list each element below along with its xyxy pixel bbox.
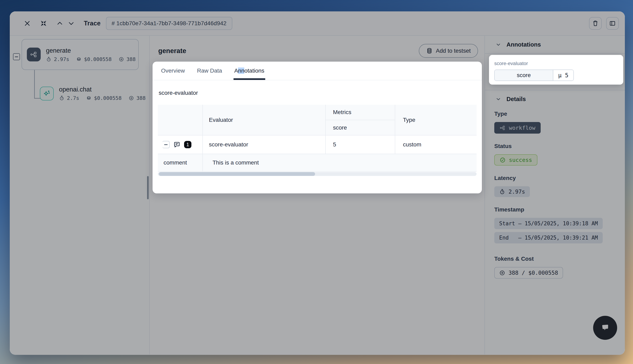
type-badge: workflow	[494, 122, 541, 134]
score-metric-pill[interactable]: score μ 5	[494, 70, 574, 81]
status-badge: success	[494, 154, 538, 166]
workflow-icon	[30, 51, 38, 58]
chevron-up-icon	[56, 20, 63, 27]
row-checkbox-indeterminate[interactable]	[162, 141, 170, 148]
tokens-plus-icon	[118, 56, 124, 62]
cell-score: 5	[326, 135, 395, 154]
tree-collapse-toggle[interactable]	[13, 53, 20, 60]
timestamp-end-badge: End – 15/05/2025, 10:39:21 AM	[494, 232, 603, 244]
node-stats: 2.97s $0.000558 388	[46, 56, 136, 62]
topbar: Trace # 1cbb70e7-34a1-7bb7-3498-771b7d46…	[10, 12, 625, 36]
annotations-popover: score-evaluator score μ 5	[489, 55, 623, 84]
check-circle-icon	[500, 157, 506, 163]
cell-evaluator: score-evaluator	[202, 135, 326, 154]
chevron-down-icon	[496, 42, 501, 48]
chat-bubble-icon	[598, 321, 612, 334]
status-value: success	[509, 157, 532, 163]
details-section-title: Details	[506, 96, 526, 102]
table-header-evaluator: Evaluator	[202, 105, 326, 135]
details-section-header[interactable]: Details	[485, 90, 625, 108]
comment-row: comment This is a comment	[158, 154, 476, 172]
annotations-tab-content: score-evaluator Evaluator Metrics Type s…	[152, 80, 482, 176]
annotations-section-header[interactable]: Annotations	[485, 36, 625, 54]
sparkles-icon	[43, 90, 51, 98]
tree-connector-vertical	[34, 70, 35, 98]
prev-span-button[interactable]	[54, 18, 66, 29]
comment-key: comment	[158, 154, 202, 172]
tab-annotations[interactable]: Annotations	[234, 62, 264, 80]
table-header-type: Type	[395, 105, 476, 135]
timestamp-start-badge: Start – 15/05/2025, 10:39:18 AM	[494, 218, 603, 229]
tree-node-generate[interactable]: generate 2.97s $0.000558 388	[22, 39, 139, 70]
table-header-metric-score: score	[326, 120, 395, 135]
tokens-cost-label: Tokens & Cost	[494, 256, 616, 262]
trace-viewer-window: Trace # 1cbb70e7-34a1-7bb7-3498-771b7d46…	[10, 12, 625, 355]
details-sidebar: Annotations score-evaluator score μ 5 De…	[484, 36, 625, 354]
tokens-plus-icon	[128, 95, 134, 101]
annotations-table: Evaluator Metrics Type score	[158, 105, 476, 172]
timestamp-label: Timestamp	[494, 206, 616, 213]
node-cost: $0.000558	[94, 95, 122, 101]
span-header: generate Add to testset	[150, 36, 484, 58]
trace-id-badge: # 1cbb70e7-34a1-7bb7-3498-771b7d46d942	[106, 17, 232, 30]
delete-trace-button[interactable]	[589, 17, 602, 30]
span-detail-panel: generate Add to testset Overview Raw Dat…	[150, 36, 484, 354]
chevron-down-icon	[496, 96, 501, 102]
span-tabs-card: Overview Raw Data Annotations score-eval…	[152, 62, 482, 194]
scrollbar-thumb[interactable]	[159, 172, 315, 176]
trash-icon	[592, 20, 598, 27]
span-title: generate	[158, 47, 186, 55]
popover-evaluator-label: score-evaluator	[494, 60, 618, 66]
close-button[interactable]	[22, 18, 33, 29]
next-span-button[interactable]	[66, 18, 77, 29]
table-header-select	[158, 105, 202, 135]
type-value: workflow	[509, 125, 535, 131]
side-panel-icon	[609, 20, 616, 27]
comment-button[interactable]	[173, 141, 180, 148]
latency-value: 2.97s	[508, 188, 525, 195]
collapse-icon	[40, 20, 47, 27]
timer-icon	[499, 189, 505, 195]
node-cost: $0.000558	[84, 56, 112, 62]
node-name: generate	[46, 47, 136, 54]
add-to-testset-label: Add to testset	[436, 48, 471, 54]
workflow-icon	[500, 125, 506, 131]
tab-overview[interactable]: Overview	[161, 62, 185, 80]
status-label: Status	[494, 143, 616, 150]
timer-icon	[46, 56, 52, 62]
add-to-testset-button[interactable]: Add to testset	[419, 44, 478, 58]
evaluator-section-title: score-evaluator	[159, 90, 476, 96]
close-icon	[24, 20, 31, 27]
collapse-button[interactable]	[38, 18, 49, 29]
node-name: openai.chat	[59, 86, 146, 93]
metric-name-segment: score	[495, 70, 553, 80]
node-latency: 2.97s	[54, 56, 69, 62]
toggle-sidepanel-button[interactable]	[606, 17, 619, 30]
tabs-row: Overview Raw Data Annotations	[152, 62, 482, 80]
tokens-cost-badge: 388 / $0.000558	[494, 267, 563, 278]
latency-badge: 2.97s	[494, 186, 530, 197]
cell-type: custom	[395, 135, 476, 154]
tab-raw-data[interactable]: Raw Data	[197, 62, 222, 80]
comment-icon	[173, 141, 180, 148]
comment-value: This is a comment	[202, 154, 476, 172]
tree-node-openai-chat[interactable]: openai.chat 2.7s $0.000558 388	[40, 86, 146, 101]
node-tokens: 388	[136, 95, 146, 101]
latency-label: Latency	[494, 175, 616, 182]
comment-count-badge: 1	[184, 141, 192, 148]
table-horizontal-scrollbar	[158, 172, 476, 176]
details-body: Type workflow Status	[485, 108, 625, 291]
minus-icon	[164, 144, 168, 145]
node-tokens: 388	[126, 56, 136, 62]
type-label: Type	[494, 110, 616, 117]
chat-support-button[interactable]	[593, 316, 617, 340]
tokens-plus-icon	[499, 270, 505, 276]
coins-icon	[76, 56, 82, 62]
metric-mean-segment: μ 5	[553, 70, 574, 80]
tree-scrollbar-thumb[interactable]	[147, 176, 149, 199]
table-row[interactable]: 1 score-evaluator 5 custom	[158, 135, 476, 154]
node-stats: 2.7s $0.000558 388	[59, 95, 146, 101]
annotations-section-title: Annotations	[506, 41, 541, 48]
text-selection-highlight: nn	[238, 68, 244, 74]
table-header-metrics: Metrics	[326, 105, 395, 120]
